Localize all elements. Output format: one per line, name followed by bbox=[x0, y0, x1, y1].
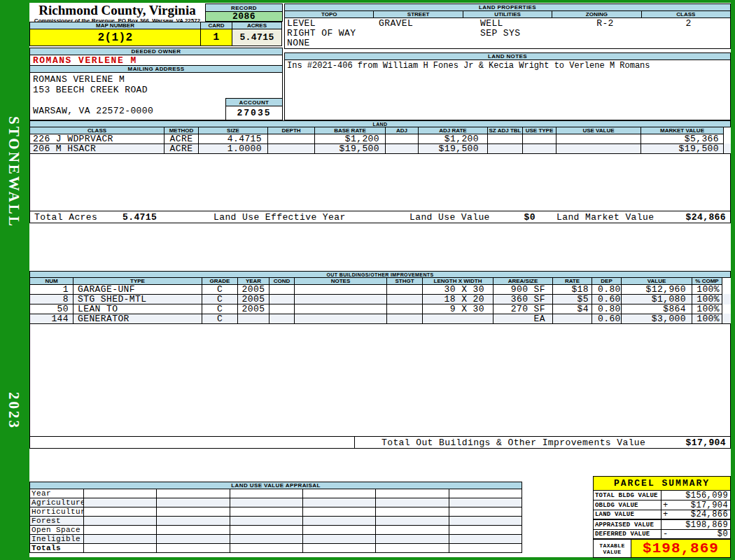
appraisal-rows: YearAgricultureHorticultureForestOpen Sp… bbox=[29, 489, 522, 553]
utilities-values: WELL SEP SYS bbox=[462, 18, 564, 48]
appraisal-cell bbox=[230, 507, 303, 517]
land-r1-size: 4.4715 bbox=[198, 134, 268, 144]
appraisal-row: Ineligible bbox=[29, 534, 522, 544]
appraisal-cell bbox=[83, 525, 157, 535]
appraisal-cell bbox=[375, 516, 449, 526]
district-label: STONEWALL bbox=[5, 116, 22, 228]
ob-cell-cond bbox=[269, 314, 295, 324]
appraisal-cell bbox=[83, 534, 157, 544]
land-r1-adj bbox=[385, 134, 419, 144]
parcel-summary-title: PARCEL SUMMARY bbox=[593, 476, 731, 491]
land-r1-use-type bbox=[522, 134, 556, 144]
ob-cell-rate: $5 bbox=[552, 294, 592, 304]
topo-header: TOPO bbox=[284, 10, 374, 18]
record-box: RECORD 2086 bbox=[205, 4, 283, 22]
ob-cell-sthgt bbox=[386, 314, 423, 324]
appraisal-cell bbox=[302, 489, 376, 498]
land-r2-method: ACRE bbox=[164, 144, 199, 154]
appraisal-cell bbox=[83, 498, 157, 507]
out-building-row: 144GENERATORCEA0.60$3,000100% bbox=[29, 314, 731, 324]
ob-cell-cond bbox=[269, 304, 295, 314]
land-r2-market: $19,500 bbox=[640, 144, 724, 154]
appraisal-row-label: Open Space bbox=[29, 525, 84, 535]
ob-cell-notes bbox=[294, 304, 387, 314]
appraisal-cell bbox=[83, 516, 157, 526]
appraisal-cell bbox=[230, 498, 303, 507]
county-header: Richmond County, Virginia Commissioner o… bbox=[31, 4, 204, 24]
record-value[interactable]: 2086 bbox=[205, 11, 283, 22]
ob-cell-dep: 0.80 bbox=[592, 304, 622, 314]
summary-operator bbox=[661, 490, 672, 500]
address-line-2: 153 BEECH CREEK ROAD bbox=[33, 85, 282, 95]
land-market-value: $24,866 bbox=[686, 212, 726, 223]
topo-value-1: LEVEL bbox=[287, 19, 370, 29]
summary-value: $198,869 bbox=[672, 519, 731, 530]
land-row: 226 J WDPRVACR ACRE 4.4715 $1,200 $1,200… bbox=[29, 134, 731, 144]
appraisal-row-label: Year bbox=[29, 489, 84, 498]
map-number-value[interactable]: 2(1)2 bbox=[29, 29, 201, 46]
appraisal-cell bbox=[375, 534, 449, 544]
ob-cell-comp: 100% bbox=[692, 294, 722, 304]
land-r2-use-value bbox=[556, 144, 641, 154]
land-properties-values: LEVEL RIGHT OF WAY NONE GRAVEL WELL SEP … bbox=[284, 18, 731, 49]
ob-cell-grade: C bbox=[202, 294, 238, 304]
appraisal-cell bbox=[83, 543, 157, 553]
appraisal-cell bbox=[302, 507, 376, 517]
parcel-summary-row: OBLDG VALUE+$17,904 bbox=[593, 500, 731, 510]
ob-cell-area: 270 SF bbox=[493, 304, 553, 314]
utilities-value-2: SEP SYS bbox=[480, 29, 564, 38]
land-r2-adj bbox=[385, 144, 419, 154]
summary-value: $24,866 bbox=[672, 510, 731, 519]
ob-cell-comp: 100% bbox=[692, 314, 722, 324]
ob-cell-value: $3,000 bbox=[621, 314, 692, 324]
ob-cell-area: 900 SF bbox=[493, 284, 553, 295]
total-acres-value: 5.4715 bbox=[122, 212, 157, 223]
land-totals-row: Total Acres 5.4715 Land Use Effective Ye… bbox=[29, 211, 731, 223]
card-value[interactable]: 1 bbox=[200, 29, 232, 46]
appraisal-cell bbox=[375, 489, 449, 498]
appraisal-cell bbox=[449, 543, 522, 553]
deeded-owner-value: ROMANS VERLENE M bbox=[29, 55, 283, 66]
land-r1-class: 226 J WDPRVACR bbox=[29, 134, 164, 144]
ob-cell-grade: C bbox=[202, 314, 238, 324]
land-r2-class: 206 M HSACR bbox=[29, 144, 164, 154]
land-r2-use-type bbox=[522, 144, 556, 154]
appraisal-row-label: Ineligible bbox=[29, 534, 84, 544]
ob-cell-year bbox=[237, 314, 270, 324]
ob-cell-dims: 9 X 30 bbox=[422, 304, 493, 314]
ob-cell-num: 50 bbox=[29, 304, 74, 314]
taxable-value-label: TAXABLE VALUE bbox=[593, 539, 631, 558]
appraisal-cell bbox=[156, 507, 230, 517]
out-buildings-total-value: $17,904 bbox=[686, 438, 726, 448]
class-header: CLASS bbox=[641, 10, 731, 18]
appraisal-row: Open Space bbox=[29, 525, 522, 535]
land-r2-sz bbox=[487, 144, 523, 154]
appraisal-cell bbox=[375, 507, 449, 517]
summary-operator: - bbox=[661, 529, 672, 539]
appraisal-cell bbox=[156, 534, 230, 544]
ob-cell-comp: 100% bbox=[692, 304, 722, 314]
summary-operator bbox=[661, 519, 672, 530]
parcel-summary-row: TOTAL BLDG VALUE$156,099 bbox=[593, 490, 731, 500]
appraisal-cell bbox=[302, 516, 376, 526]
ob-cell-dims: 30 X 30 bbox=[422, 284, 493, 295]
appraisal-cell bbox=[83, 489, 157, 498]
appraisal-row: Horticulture bbox=[29, 507, 522, 517]
parcel-summary-row: APPRAISED VALUE$198,869 bbox=[593, 519, 731, 530]
summary-value: $156,099 bbox=[672, 490, 731, 500]
summary-label: DEFERRED VALUE bbox=[593, 529, 662, 539]
appraisal-cell bbox=[156, 525, 230, 535]
out-buildings-filler bbox=[29, 323, 731, 437]
land-market-value-label: Land Market Value bbox=[556, 212, 654, 223]
topo-value-3: NONE bbox=[287, 38, 370, 48]
appraisal-cell bbox=[302, 525, 376, 535]
summary-label: OBLDG VALUE bbox=[593, 500, 662, 510]
ob-cell-num: 1 bbox=[29, 284, 74, 295]
appraisal-row: Agriculture bbox=[29, 498, 522, 507]
ob-cell-notes bbox=[294, 284, 387, 295]
property-record-page: STONEWALL 2023 Richmond County, Virginia… bbox=[0, 0, 735, 560]
appraisal-cell bbox=[230, 489, 303, 498]
ob-cell-cond bbox=[269, 294, 295, 304]
appraisal-cell bbox=[302, 534, 376, 544]
land-use-value: $0 bbox=[512, 212, 536, 223]
